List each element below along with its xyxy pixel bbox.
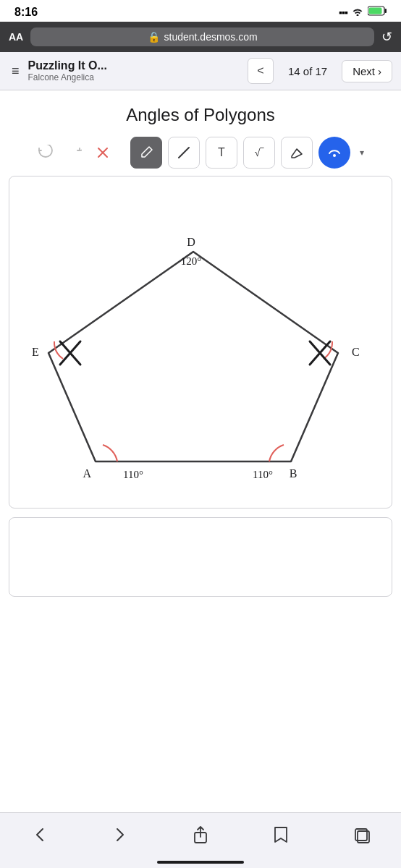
toolbar: T √‾ ▾ [0, 132, 401, 176]
vertex-a-label: A [83, 467, 91, 480]
bookmarks-button[interactable] [263, 822, 299, 848]
browser-back-button[interactable] [22, 822, 58, 848]
nav-bar: ≡ Puzzling It O... Falcone Angelica < 14… [0, 52, 401, 90]
home-indicator [157, 861, 244, 864]
tabs-button[interactable] [343, 822, 379, 848]
nav-title-sub: Falcone Angelica [28, 72, 242, 82]
next-label: Next [353, 65, 375, 77]
svg-point-3 [333, 154, 336, 157]
bottom-nav [0, 812, 401, 868]
clear-button[interactable] [90, 140, 116, 166]
vertex-b-label: B [290, 467, 297, 480]
prev-question-button[interactable]: < [248, 58, 274, 84]
status-bar: 8:16 ▪▪▪ [0, 0, 401, 22]
refresh-button[interactable]: ↺ [381, 29, 392, 45]
vertex-e-unknown [60, 341, 80, 365]
browser-url-bar[interactable]: 🔒 student.desmos.com [30, 27, 374, 46]
browser-bar: AA 🔒 student.desmos.com ↺ [0, 22, 401, 52]
next-question-button[interactable]: Next › [342, 60, 392, 82]
signal-icon: ▪▪▪ [339, 7, 347, 18]
vertex-d-label: D [187, 236, 195, 248]
battery-icon [368, 6, 387, 19]
vertex-b-angle: 110° [253, 469, 273, 480]
nav-title-main: Puzzling It O... [28, 59, 242, 72]
polygon-diagram: D 120° C B 110° A 110° E [16, 179, 385, 505]
text-tool-label: T [218, 146, 225, 159]
svg-marker-4 [48, 252, 338, 461]
lock-icon: 🔒 [148, 31, 160, 43]
svg-rect-2 [385, 9, 387, 13]
sqrt-tool-label: √‾ [255, 147, 263, 158]
answer-area[interactable] [9, 517, 392, 597]
canvas-area[interactable]: D 120° C B 110° A 110° E [9, 176, 392, 509]
browser-forward-button[interactable] [102, 822, 138, 848]
status-icons: ▪▪▪ [339, 6, 387, 19]
browser-aa: AA [9, 31, 23, 43]
sqrt-tool-button[interactable]: √‾ [243, 137, 275, 169]
vertex-e-label: E [32, 346, 39, 358]
tool-dropdown-button[interactable]: ▾ [355, 137, 369, 169]
next-chevron: › [378, 65, 381, 77]
eraser-tool-button[interactable] [281, 137, 313, 169]
vertex-c-unknown [310, 341, 330, 365]
wifi-icon [352, 6, 363, 19]
time: 8:16 [14, 6, 38, 19]
pencil-tool-button[interactable] [130, 137, 162, 169]
line-tool-button[interactable] [168, 137, 200, 169]
share-button[interactable] [182, 822, 219, 848]
text-tool-button[interactable]: T [206, 137, 237, 169]
redo-button[interactable] [61, 140, 87, 166]
hamburger-menu[interactable]: ≡ [9, 61, 22, 82]
undo-button[interactable] [32, 140, 58, 166]
svg-rect-1 [369, 8, 382, 14]
nav-title: Puzzling It O... Falcone Angelica [28, 59, 242, 82]
vertex-c-label: C [352, 346, 360, 358]
page-indicator: 14 of 17 [279, 65, 336, 77]
url-text: student.desmos.com [164, 31, 258, 43]
active-tool-button[interactable] [318, 137, 350, 169]
vertex-a-angle: 110° [123, 469, 143, 480]
page-title: Angles of Polygons [0, 90, 401, 132]
vertex-d-angle: 120° [181, 255, 202, 267]
